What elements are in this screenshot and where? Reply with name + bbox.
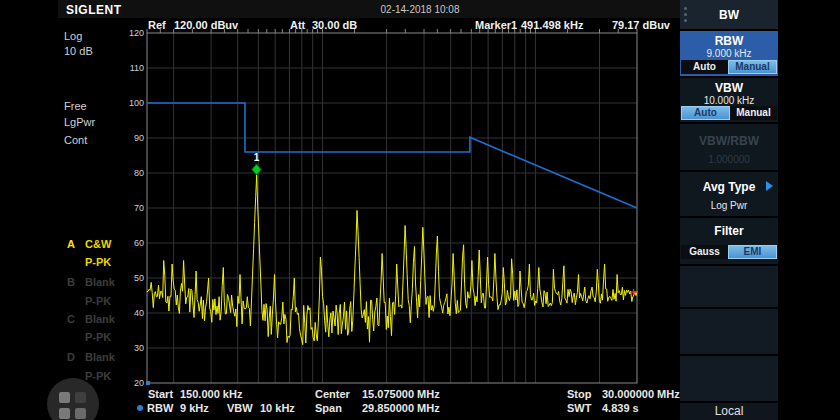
- sweep-mode-label: Cont: [64, 134, 87, 147]
- nav-square-bl: [59, 408, 70, 419]
- trace-a-letter: A: [67, 238, 75, 250]
- rbw-auto-toggle[interactable]: Auto: [681, 60, 728, 74]
- trace-b-mode: Blank: [85, 276, 115, 288]
- menu-item-vbw[interactable]: VBW 10.000 kHz Auto Manual: [680, 78, 778, 122]
- vbw-readout-label: VBW: [227, 402, 253, 415]
- vbw-title: VBW: [680, 78, 778, 95]
- trace-d-letter: D: [67, 351, 75, 363]
- nav-square-tr: [75, 392, 86, 403]
- menu-item-empty-3: [680, 356, 778, 401]
- vbw-rbw-value: 1.000000: [680, 148, 778, 165]
- trace-d-detector: P-PK: [85, 370, 111, 382]
- amplitude-tick-label: 100: [118, 97, 144, 109]
- vbw-rbw-title: VBW/RBW: [680, 124, 778, 148]
- stop-freq-label: Stop: [567, 388, 591, 401]
- amplitude-tick-label: 20: [118, 377, 144, 389]
- sweep-start-indicator: [146, 381, 150, 385]
- limit-line: [147, 103, 637, 208]
- local-button[interactable]: Local: [680, 403, 778, 420]
- menu-item-empty-1: [680, 266, 778, 307]
- amplitude-tick-label: 90: [118, 132, 144, 144]
- menu-item-rbw[interactable]: RBW 9.000 kHz Auto Manual: [680, 31, 778, 76]
- stop-freq-value: 30.000000 MHz: [602, 388, 680, 401]
- span-value: 29.850000 MHz: [362, 402, 440, 415]
- sweep-time-value: 4.839 s: [602, 402, 639, 415]
- rbw-readout-value: 9 kHz: [180, 402, 209, 415]
- scale-div-label: 10 dB: [64, 45, 93, 58]
- span-label: Span: [315, 402, 342, 415]
- nav-square-tl: [59, 392, 70, 403]
- amplitude-tick-label: 60: [118, 237, 144, 249]
- center-freq-value: 15.075000 MHz: [362, 388, 440, 401]
- menu-item-empty-2: [680, 309, 778, 354]
- trace-c-letter: C: [67, 313, 75, 325]
- trace-a-mode: C&W: [85, 238, 111, 250]
- spectrum-trace: [147, 175, 637, 345]
- submenu-arrow-icon: [766, 181, 773, 191]
- spectrum-display: 1: [146, 28, 638, 385]
- menu-header-bw[interactable]: BW: [680, 0, 778, 29]
- rbw-title: RBW: [680, 31, 778, 48]
- vbw-auto-toggle[interactable]: Auto: [681, 106, 730, 120]
- amplitude-tick-label: 70: [118, 202, 144, 214]
- menu-item-vbw-rbw-ratio: VBW/RBW 1.000000: [680, 124, 778, 170]
- trace-b-letter: B: [67, 276, 75, 288]
- trace-c-detector: P-PK: [85, 331, 111, 343]
- avg-power-label: LgPwr: [64, 116, 95, 129]
- marker1-label: 1: [254, 152, 260, 163]
- amplitude-tick-label: 30: [118, 342, 144, 354]
- start-freq-value: 150.000 kHz: [180, 388, 242, 401]
- amplitude-tick-label: 110: [118, 62, 144, 74]
- nav-wheel-button[interactable]: [47, 378, 99, 420]
- vbw-readout-value: 10 kHz: [260, 402, 295, 415]
- scale-type-label: Log: [64, 30, 82, 43]
- nav-square-br: [75, 408, 86, 419]
- trace-b-detector: P-PK: [85, 295, 111, 307]
- filter-title: Filter: [680, 218, 778, 238]
- filter-gauss-toggle[interactable]: Gauss: [681, 245, 728, 259]
- brand-logo: SIGLENT: [66, 3, 122, 17]
- trace-a-detector: P-PK: [85, 256, 111, 268]
- rbw-value: 9.000 kHz: [680, 48, 778, 59]
- sweep-time-label: SWT: [567, 402, 591, 415]
- amplitude-tick-label: 40: [118, 307, 144, 319]
- menu-item-avg-type[interactable]: Avg Type Log Pwr: [680, 172, 778, 216]
- rbw-manual-toggle[interactable]: Manual: [728, 60, 777, 74]
- vbw-value: 10.000 kHz: [680, 95, 778, 106]
- menu-item-filter[interactable]: Filter Gauss EMI: [680, 218, 778, 264]
- vbw-manual-toggle[interactable]: Manual: [730, 106, 777, 120]
- amplitude-tick-label: 120: [118, 27, 144, 39]
- datetime-display: 02-14-2018 10:08: [350, 4, 490, 15]
- trace-d-mode: Blank: [85, 351, 115, 363]
- start-freq-label: Start: [148, 388, 173, 401]
- avg-type-title: Avg Type: [680, 172, 778, 194]
- amplitude-tick-label: 80: [118, 167, 144, 179]
- rbw-readout-label: RBW: [147, 402, 173, 415]
- rbw-coupled-indicator-dot: [137, 405, 143, 411]
- center-freq-label: Center: [315, 388, 350, 401]
- spectrum-analyzer-screen: { "top": { "logo": "SIGLENT", "datetime"…: [0, 0, 840, 420]
- menu-title: BW: [680, 0, 778, 22]
- filter-emi-toggle[interactable]: EMI: [728, 245, 777, 259]
- amplitude-tick-label: 50: [118, 272, 144, 284]
- avg-type-value: Log Pwr: [680, 194, 778, 211]
- trace-c-mode: Blank: [85, 313, 115, 325]
- trigger-label: Free: [64, 100, 87, 113]
